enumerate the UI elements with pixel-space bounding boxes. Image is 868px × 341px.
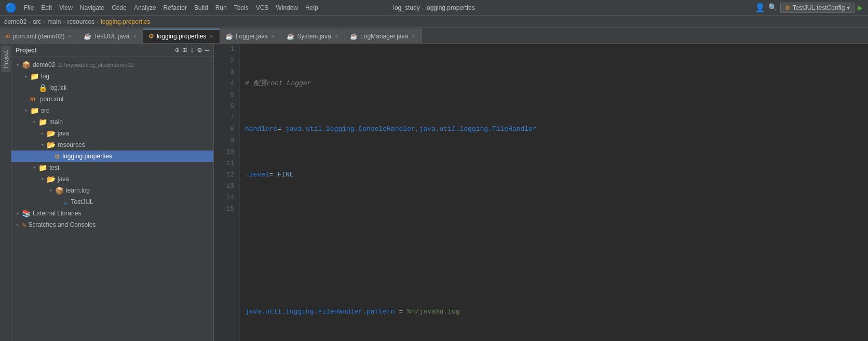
tree-item-learn-log[interactable]: ▾ 📦 learn.log bbox=[11, 185, 213, 196]
editor[interactable]: 1 2 3 4 5 6 7 8 9 10 11 12 13 14 15 # 配置… bbox=[214, 44, 868, 341]
tab-logger-label: Logger.java bbox=[236, 33, 268, 40]
tree-item-log[interactable]: ▸ 📁 log bbox=[11, 71, 213, 82]
code-line-1: # 配置root Logger bbox=[245, 78, 868, 89]
sidebar-settings-icon[interactable]: ⚙ bbox=[197, 46, 201, 54]
menu-edit[interactable]: Edit bbox=[41, 4, 52, 11]
tab-system-icon: ☕ bbox=[287, 33, 294, 40]
tab-testjul-close[interactable]: × bbox=[132, 33, 138, 39]
sidebar-collapse-icon[interactable]: ↕ bbox=[190, 46, 194, 54]
menu-window[interactable]: Window bbox=[276, 4, 298, 11]
breadcrumb-sep3: › bbox=[63, 18, 65, 25]
tab-logging[interactable]: ⚙ logging.properties × bbox=[143, 29, 220, 43]
sidebar-icon-buttons: ⊕ ⊞ ↕ ⚙ — bbox=[175, 46, 209, 54]
code-handlers-val: java.util.logging.ConsoleHandler,java.ut… bbox=[286, 124, 537, 135]
tab-logmanager-close[interactable]: × bbox=[411, 33, 416, 39]
tree-arrow-external: ▸ bbox=[13, 210, 22, 216]
sidebar-tree: ▾ 📦 demo02 D:\mycode\log_study\demo02 ▸ … bbox=[11, 57, 213, 341]
search-icon[interactable]: 🔍 bbox=[768, 3, 777, 12]
tab-logger-close[interactable]: × bbox=[270, 33, 276, 39]
menu-code[interactable]: Code bbox=[112, 4, 127, 11]
breadcrumb-main[interactable]: main bbox=[47, 18, 61, 25]
tab-logger-icon: ☕ bbox=[225, 33, 233, 40]
code-line-5 bbox=[245, 261, 868, 272]
project-vtab-label[interactable]: Project bbox=[1, 46, 10, 72]
tree-arrow-log: ▸ bbox=[22, 73, 30, 79]
tree-item-main[interactable]: ▾ 📁 main bbox=[11, 116, 213, 128]
tree-item-demo02[interactable]: ▾ 📦 demo02 D:\mycode\log_study\demo02 bbox=[11, 59, 213, 71]
tree-item-pomxml[interactable]: m pom.xml bbox=[11, 93, 213, 105]
window-title: log_study - logging.properties bbox=[393, 4, 474, 11]
menu-run[interactable]: Run bbox=[215, 4, 227, 11]
tree-item-java-test[interactable]: ▾ 📂 java bbox=[11, 173, 213, 185]
tree-item-scratches[interactable]: ▸ ✎ Scratches and Consoles bbox=[11, 219, 213, 230]
tab-pom-icon: m bbox=[5, 32, 10, 40]
tab-system-close[interactable]: × bbox=[334, 33, 339, 39]
tree-item-loglck[interactable]: 🔒 log.lck bbox=[11, 82, 213, 93]
line-num-6: 6 bbox=[218, 101, 234, 112]
line-num-10: 10 bbox=[218, 146, 234, 158]
tree-label-test: test bbox=[49, 164, 59, 171]
project-sidebar-tab[interactable]: Project bbox=[0, 44, 11, 341]
line-num-3: 3 bbox=[218, 66, 234, 78]
code-line-2: handlers= java.util.logging.ConsoleHandl… bbox=[245, 124, 868, 135]
tab-logging-close[interactable]: × bbox=[209, 33, 214, 39]
breadcrumb-src[interactable]: src bbox=[33, 18, 41, 25]
folder-icon-java-main: 📂 bbox=[47, 129, 56, 138]
menu-help[interactable]: Help bbox=[305, 4, 318, 11]
tab-testjul[interactable]: ☕ TestJUL.java × bbox=[78, 29, 143, 43]
sidebar-expand-icon[interactable]: ⊞ bbox=[182, 46, 186, 54]
tab-pom-close[interactable]: × bbox=[67, 33, 72, 39]
menu-analyze[interactable]: Analyze bbox=[134, 4, 156, 11]
menu-file[interactable]: File bbox=[24, 4, 34, 11]
tree-item-external-libs[interactable]: ▸ 📚 External Libraries bbox=[11, 208, 213, 219]
tree-arrow-demo02: ▾ bbox=[13, 62, 22, 68]
tree-item-resources[interactable]: ▾ 📂 resources bbox=[11, 139, 213, 151]
tree-item-testjul[interactable]: ☕ TestJUL bbox=[11, 196, 213, 208]
sidebar-title: Project bbox=[16, 47, 37, 54]
run-config-dropdown[interactable]: ⚙ TestJUL.testConfig ▾ bbox=[780, 3, 855, 13]
breadcrumb-demo02[interactable]: demo02 bbox=[4, 18, 26, 25]
file-icon-loglck: 🔒 bbox=[38, 84, 47, 92]
code-eq-2: = bbox=[277, 124, 286, 135]
tree-path-demo02: D:\mycode\log_study\demo02 bbox=[58, 62, 134, 68]
tab-logger[interactable]: ☕ Logger.java × bbox=[220, 29, 282, 43]
line-num-5: 5 bbox=[218, 89, 234, 101]
tree-arrow-scratches: ▸ bbox=[13, 222, 22, 228]
folder-icon-java-test: 📂 bbox=[47, 175, 56, 184]
run-button[interactable]: ▶ bbox=[858, 3, 863, 13]
breadcrumb-sep4: › bbox=[97, 18, 99, 25]
breadcrumb-file[interactable]: logging.properties bbox=[101, 18, 150, 25]
sidebar-add-icon[interactable]: ⊕ bbox=[175, 46, 179, 54]
tab-pom-label: pom.xml (demo02) bbox=[12, 33, 64, 40]
tree-item-logging-properties[interactable]: ⚙ logging.properties bbox=[11, 151, 213, 162]
tree-item-test[interactable]: ▾ 📁 test bbox=[11, 162, 213, 173]
tab-system[interactable]: ☕ System.java × bbox=[281, 29, 345, 43]
tree-arrow-src: ▾ bbox=[22, 107, 30, 114]
user-icon[interactable]: 👤 bbox=[755, 3, 765, 13]
sidebar: Project ⊕ ⊞ ↕ ⚙ — ▾ 📦 demo02 D:\mycode\l… bbox=[11, 44, 214, 341]
code-level-key: .level bbox=[245, 169, 269, 181]
folder-icon-test: 📁 bbox=[38, 163, 47, 172]
menu-navigate[interactable]: Navigate bbox=[80, 4, 104, 11]
file-icon-logging: ⚙ bbox=[55, 152, 59, 161]
menu-view[interactable]: View bbox=[59, 4, 73, 11]
menu-build[interactable]: Build bbox=[194, 4, 208, 11]
sidebar-minimize-icon[interactable]: — bbox=[205, 46, 209, 54]
menu-tools[interactable]: Tools bbox=[234, 4, 249, 11]
tree-label-testjul: TestJUL bbox=[71, 198, 93, 206]
tab-pom[interactable]: m pom.xml (demo02) × bbox=[0, 29, 78, 43]
menu-vcs[interactable]: VCS bbox=[256, 4, 269, 11]
run-config-dropdown-arrow: ▾ bbox=[847, 4, 850, 11]
tree-item-src[interactable]: ▾ 📁 src bbox=[11, 105, 213, 116]
code-level-val: FINE bbox=[277, 169, 293, 181]
main-area: Project Project ⊕ ⊞ ↕ ⚙ — ▾ 📦 demo02 D:\… bbox=[0, 44, 868, 341]
menu-refactor[interactable]: Refactor bbox=[164, 4, 187, 11]
tab-logmanager[interactable]: ☕ LogManager.java × bbox=[345, 29, 422, 43]
lib-icon-external: 📚 bbox=[22, 209, 31, 218]
code-editor[interactable]: # 配置root Logger handlers= java.util.logg… bbox=[240, 44, 868, 341]
folder-icon-src: 📁 bbox=[30, 106, 39, 115]
scratch-icon: ✎ bbox=[22, 221, 26, 229]
code-line-4 bbox=[245, 215, 868, 226]
breadcrumb-resources[interactable]: resources bbox=[67, 18, 94, 25]
tree-item-java-main[interactable]: ▸ 📂 java bbox=[11, 128, 213, 139]
